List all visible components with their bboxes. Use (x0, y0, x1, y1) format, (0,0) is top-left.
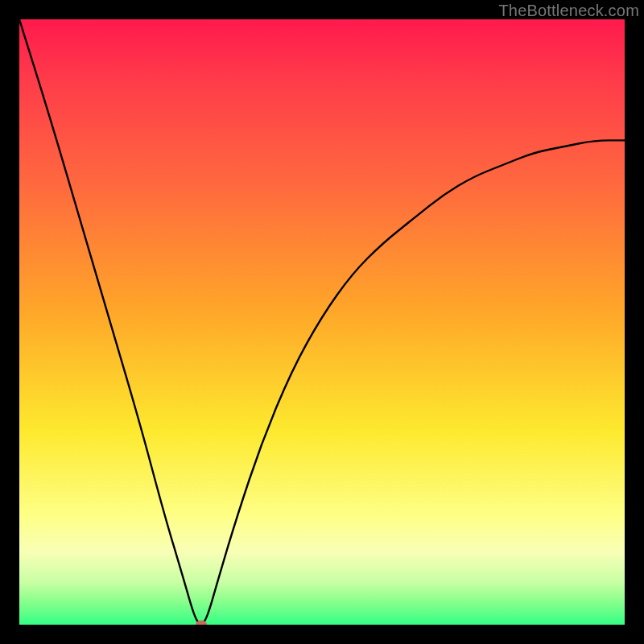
optimum-marker (196, 621, 207, 625)
bottleneck-curve (19, 19, 625, 625)
chart-frame: TheBottleneck.com (0, 0, 644, 644)
plot-area (19, 19, 625, 625)
curve-path (19, 19, 625, 623)
watermark-text: TheBottleneck.com (498, 2, 639, 20)
